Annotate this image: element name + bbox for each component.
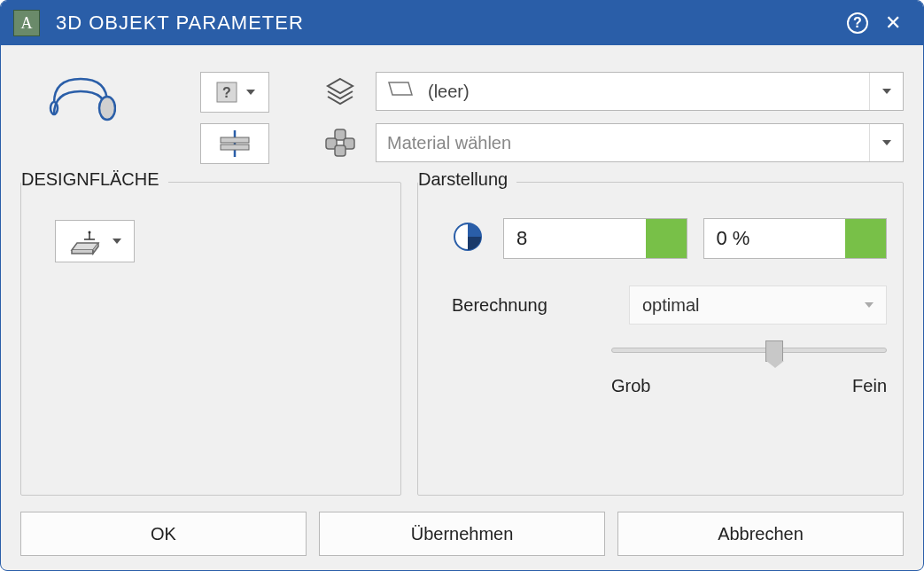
segment-count-value: 8 (504, 227, 646, 250)
dialog-window: 3D OBJEKT PARAMETER ? ✕ (0, 0, 924, 571)
chevron-down-icon (865, 302, 874, 308)
properties-column: (leer) Material wählen (287, 72, 904, 164)
chevron-down-icon (882, 89, 891, 94)
top-row: ? (20, 72, 904, 164)
close-icon: ✕ (885, 12, 901, 35)
quality-slider-wrap: Grob Fein (611, 348, 887, 396)
percent-input[interactable]: 0 % (703, 218, 888, 259)
question-box-icon: ? (214, 80, 239, 105)
material-placeholder: Material wählen (387, 133, 511, 153)
pie-icon (452, 221, 487, 256)
design-surface-dropdown[interactable] (55, 220, 135, 262)
ok-button[interactable]: OK (20, 512, 307, 556)
mid-row: DESIGNFLÄCHE Darstellung (20, 182, 904, 496)
layers-icon (322, 75, 358, 107)
apply-indicator (845, 219, 886, 258)
apply-indicator (646, 219, 687, 258)
percent-value: 0 % (704, 227, 846, 250)
calculation-row: Berechnung optimal (452, 286, 887, 325)
alignment-icon (214, 130, 256, 157)
svg-rect-6 (221, 145, 249, 150)
svg-point-1 (99, 97, 115, 120)
apply-button[interactable]: Übernehmen (319, 512, 605, 556)
dialog-button-row: OK Übernehmen Abbrechen (20, 512, 904, 556)
help-button[interactable]: ? (840, 5, 875, 41)
help-icon: ? (847, 12, 868, 34)
material-row: Material wählen (322, 123, 904, 162)
calculation-value: optimal (642, 295, 699, 316)
app-icon (13, 10, 40, 36)
titlebar: 3D OBJEKT PARAMETER ? ✕ (1, 1, 923, 45)
svg-text:?: ? (222, 85, 231, 100)
dialog-content: ? (1, 45, 923, 570)
design-surface-icon (68, 227, 104, 255)
combo-arrow (869, 124, 903, 161)
alignment-button[interactable] (200, 123, 269, 164)
slider-min-label: Grob (611, 376, 650, 396)
left-icon-group: ? (20, 72, 269, 164)
layer-combo[interactable]: (leer) (376, 72, 904, 111)
material-combo[interactable]: Material wählen (376, 123, 904, 162)
tool-button-stack: ? (200, 72, 269, 164)
layer-row: (leer) (322, 72, 904, 111)
window-title: 3D OBJEKT PARAMETER (56, 12, 840, 35)
chevron-down-icon (113, 239, 121, 244)
chevron-down-icon (246, 90, 255, 95)
type-dropdown[interactable]: ? (200, 72, 269, 113)
segment-count-input[interactable]: 8 (503, 218, 687, 259)
design-surface-group: DESIGNFLÄCHE (20, 182, 401, 496)
display-group-title: Darstellung (418, 169, 516, 190)
cancel-button[interactable]: Abbrechen (617, 512, 904, 556)
slider-labels: Grob Fein (611, 376, 887, 396)
layer-value: (leer) (428, 82, 470, 102)
slider-max-label: Fein (852, 376, 887, 396)
object-shape-icon (45, 72, 116, 127)
svg-rect-10 (335, 145, 346, 156)
svg-rect-5 (221, 137, 249, 143)
quality-slider[interactable] (611, 348, 887, 353)
close-button[interactable]: ✕ (875, 5, 911, 41)
display-group: Darstellung 8 0 % (417, 182, 904, 496)
slider-thumb[interactable] (765, 340, 783, 362)
material-icon (322, 128, 358, 158)
combo-arrow (869, 73, 903, 110)
calculation-combo[interactable]: optimal (629, 286, 887, 325)
display-values-row: 8 0 % (452, 218, 887, 259)
calculation-label: Berechnung (452, 295, 602, 316)
chevron-down-icon (882, 140, 891, 145)
layer-shape-icon (387, 79, 414, 104)
design-group-title: DESIGNFLÄCHE (21, 169, 168, 190)
